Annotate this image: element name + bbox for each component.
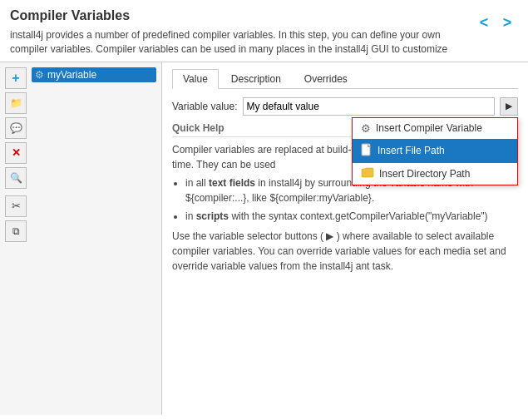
add-icon: + — [12, 72, 19, 85]
play-icon: ▶ — [506, 101, 512, 111]
quick-help-footer: Use the variable selector buttons ( ▶ ) … — [172, 229, 518, 274]
sidebar-buttons-col: + 📁 💬 ✕ 🔍 ✂ ⧉ — [5, 67, 27, 244]
qh-bold-1: text fields — [209, 177, 255, 189]
qh-bold-2: scripts — [196, 210, 229, 222]
dropdown-item-label-3: Insert Directory Path — [379, 168, 470, 180]
page-title: Compiler Variables — [10, 8, 473, 23]
right-panel: Value Description Overrides Variable val… — [162, 62, 528, 415]
qh-text-1a: in all — [185, 177, 209, 189]
header-description: install4j provides a number of predefine… — [10, 28, 473, 57]
header: Compiler Variables install4j provides a … — [0, 0, 528, 62]
dropdown-item-label-1: Insert Compiler Variable — [376, 122, 482, 134]
header-left: Compiler Variables install4j provides a … — [10, 8, 473, 57]
variable-name-label: myVariable — [47, 69, 96, 81]
delete-icon: ✕ — [12, 146, 21, 159]
search-icon: 🔍 — [10, 172, 22, 184]
variable-value-row: Variable value: ▶ ⚙ Insert Compiler Vari… — [172, 97, 518, 116]
tab-description[interactable]: Description — [220, 69, 292, 88]
insert-dropdown-button[interactable]: ▶ — [500, 97, 518, 116]
header-nav: < > — [473, 12, 518, 33]
delete-button[interactable]: ✕ — [5, 142, 27, 164]
comment-button[interactable]: 💬 — [5, 117, 27, 139]
comment-icon: 💬 — [10, 122, 22, 134]
variable-value-label: Variable value: — [172, 101, 238, 112]
tab-value[interactable]: Value — [172, 69, 219, 89]
cut-button[interactable]: ✂ — [5, 195, 27, 217]
dropdown-item-compiler-variable[interactable]: ⚙ Insert Compiler Variable — [353, 118, 517, 139]
sidebar-list-container: + 📁 💬 ✕ 🔍 ✂ ⧉ — [5, 67, 156, 244]
copy-icon: ⧉ — [12, 225, 20, 237]
quick-help-item-2: in scripts with the syntax context.getCo… — [185, 209, 518, 224]
search-button[interactable]: 🔍 — [5, 167, 27, 189]
dropdown-item-label-2: Insert File Path — [377, 145, 445, 156]
folder-button[interactable]: 📁 — [5, 92, 27, 114]
folder-icon: 📁 — [10, 97, 22, 109]
sidebar-item-list: ⚙ myVariable — [32, 67, 156, 244]
copy-button[interactable]: ⧉ — [5, 220, 27, 242]
qh-text-2b: with the syntax context.getCompilerVaria… — [229, 210, 488, 222]
cut-icon: ✂ — [12, 200, 21, 212]
qh-text-2a: in — [185, 210, 196, 222]
sidebar: + 📁 💬 ✕ 🔍 ✂ ⧉ — [0, 62, 162, 415]
variable-value-input[interactable] — [243, 97, 496, 116]
dropdown-menu: ⚙ Insert Compiler Variable Insert File P… — [352, 117, 518, 185]
tabs-container: Value Description Overrides — [172, 69, 518, 89]
main-content: + 📁 💬 ✕ 🔍 ✂ ⧉ — [0, 62, 528, 415]
next-button[interactable]: > — [496, 12, 518, 33]
directory-path-icon — [361, 167, 374, 180]
prev-button[interactable]: < — [473, 12, 495, 33]
variable-gear-icon: ⚙ — [35, 69, 44, 81]
variable-list-item[interactable]: ⚙ myVariable — [32, 67, 156, 82]
dropdown-item-directory-path[interactable]: Insert Directory Path — [353, 163, 517, 185]
file-path-icon — [361, 143, 373, 159]
tab-overrides[interactable]: Overrides — [294, 69, 358, 88]
add-variable-button[interactable]: + — [5, 67, 27, 89]
compiler-var-icon: ⚙ — [361, 122, 371, 135]
dropdown-item-file-path[interactable]: Insert File Path — [353, 139, 517, 163]
